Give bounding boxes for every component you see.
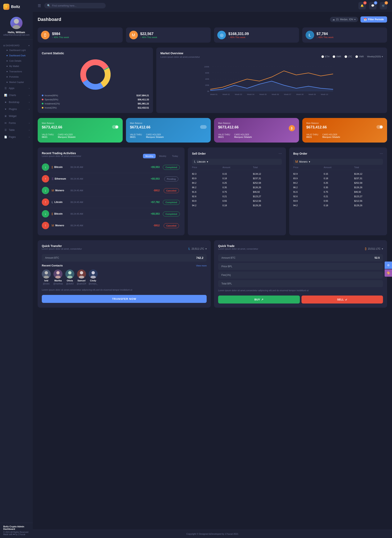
sidebar-item-forms[interactable]: ✉ Forms ›	[0, 120, 33, 127]
buy-button[interactable]: BUY ↗	[218, 296, 300, 303]
trade-amount-btc-label: Amount BTC	[221, 256, 236, 259]
card-toggle-1[interactable]	[112, 125, 119, 129]
sidebar-item-dashboard-dark[interactable]: Dashboard Dark	[0, 53, 33, 58]
sidebar-item-plugins[interactable]: ♥ Plugins ›	[0, 106, 33, 113]
side-actions: ⚙ 🎨	[385, 261, 392, 277]
transfer-amount-value: 742.2	[196, 256, 203, 260]
weather-temp: 21	[336, 18, 339, 21]
side-settings-button[interactable]: ⚙	[385, 261, 392, 269]
svg-marker-17	[210, 81, 333, 91]
buy-order-row-8: 94.20.18$129,26	[293, 203, 383, 208]
nav-group-label-dashboard[interactable]: ⊞ Dashboard ▾	[3, 44, 29, 47]
svg-point-41	[92, 271, 95, 274]
tab-weekly[interactable]: Weekly	[156, 154, 169, 158]
status-badge-completed-1: Completed	[163, 165, 180, 170]
plugins-icon: ♥	[4, 108, 7, 111]
sell-button[interactable]: SELL ↙	[302, 296, 383, 303]
trade-status-5: Completed	[162, 212, 180, 215]
quick-trade-section: Quick Trade Lorem ipsum dolor sit amet, …	[214, 240, 387, 308]
sidebar-item-coin-details[interactable]: Coin Details	[0, 58, 33, 64]
bitcoin-card-icon: ₿	[289, 125, 295, 131]
tab-monthly[interactable]: Monthly	[143, 154, 156, 158]
tab-today[interactable]: Today	[170, 154, 180, 158]
chevron-right-icon: ›	[29, 101, 29, 103]
side-palette-button[interactable]: 🎨	[385, 269, 392, 277]
contact-martha[interactable]: Martha @marthaa	[53, 269, 63, 285]
contact-samuel[interactable]: Samuel @sam224	[77, 269, 86, 285]
sidebar-item-charts[interactable]: 📊 Charts ›	[0, 92, 33, 99]
filter-xmr[interactable]: XMR	[333, 55, 341, 58]
buy-order-row-6: 92.60.21$123,27	[293, 194, 383, 199]
buy-order-menu-button[interactable]: ⋯	[380, 152, 383, 155]
eth-icon: ◎	[217, 31, 226, 39]
stat-card-eth: ◎ $168,331.09 ↓ 46% This week	[214, 28, 299, 43]
chevron-down-icon: ▾	[207, 160, 208, 163]
sidebar-item-widget[interactable]: 🖥 Widget	[0, 113, 33, 120]
recent-trading-section: Recent Trading Activities Lorem ipsum do…	[38, 148, 185, 235]
card-holder-2: CARD HOLDER Marquez Silalahi	[146, 134, 164, 138]
sell-coin-selector[interactable]: Ł Litecoin ▾	[192, 159, 282, 165]
sidebar-item-portofolio[interactable]: Portofolio	[0, 74, 33, 79]
market-line-chart: 0k 200k 400k 600k 1000k Week 01 Week 02 …	[160, 65, 383, 97]
buy-coin-selector[interactable]: M Monero ▾	[293, 159, 383, 165]
trade-amount-2: +$5,553	[147, 177, 159, 180]
filter-eth[interactable]: ETH	[321, 55, 329, 58]
table-row: ↓ ₿ Bitcoin 06:24:45 AM +$5,553 Complete…	[42, 161, 180, 173]
trade-time-6: 06:24:45 AM	[70, 224, 145, 227]
legend-invest-value: $12,432.51	[96, 107, 149, 109]
contact-olivia[interactable]: Olivia @oliv63	[65, 269, 74, 285]
stat-card-bitcoin: ₿ $984 ↑ 45% This week	[38, 28, 123, 43]
bitcoin-coin-icon-1: ₿	[52, 166, 53, 169]
contact-ivid[interactable]: Ivid @ivdec	[42, 269, 51, 285]
sidebar-item-pages[interactable]: 📄 Pages ›	[0, 134, 33, 140]
filter-ymr[interactable]: YMR	[355, 55, 364, 58]
buy-order-row-4: 86.20.35$126,26	[293, 185, 383, 190]
filter-ltc[interactable]: LTC	[345, 55, 352, 58]
sell-order-row-6: 92.60.21$123,27	[192, 194, 282, 199]
notifications-button[interactable]: 🔔 12	[358, 2, 366, 9]
sidebar-item-dashboard-light[interactable]: Dashboard Light	[0, 47, 33, 53]
svg-point-38	[80, 271, 83, 274]
page-title: Dashboard	[38, 17, 61, 22]
trade-direction-icon-3: ↓	[42, 187, 49, 194]
sidebar-item-table[interactable]: ☰ Table ›	[0, 127, 33, 134]
card-toggle-4[interactable]	[376, 125, 383, 129]
donut-legend: Income(66%) $167,884.21 Spends(50%) $56,…	[42, 94, 149, 109]
transfer-now-button[interactable]: TRANSFER NOW	[42, 295, 207, 303]
quick-trade-currency-selector[interactable]: ₿ 23,511 LTC ▾	[365, 247, 383, 251]
search-input[interactable]	[52, 4, 103, 7]
sidebar-item-market-capital[interactable]: Market Capital	[0, 79, 33, 85]
contact-cindy[interactable]: Cindy @cindys_	[89, 269, 98, 285]
svg-point-35	[68, 271, 71, 274]
market-period-selector[interactable]: Weekly(2020) ▾	[367, 55, 383, 58]
cart-button[interactable]: 🛒 2	[380, 2, 387, 9]
sidebar-item-apps[interactable]: ☰ Apps ›	[0, 85, 33, 92]
messages-button[interactable]: 💬 5	[369, 2, 376, 9]
chevron-down-icon: ▾	[354, 18, 355, 21]
period-label: Weekly(2020)	[367, 55, 381, 58]
sidebar-item-bootstrap[interactable]: ★ Bootstrap ›	[0, 99, 33, 106]
messages-badge: 5	[374, 1, 377, 5]
sidebar-item-my-wallet[interactable]: My Wallet	[0, 64, 33, 69]
trade-direction-icon-6: ↑	[42, 222, 49, 229]
sell-order-row-5: 91.60.75$46,92	[192, 190, 282, 194]
trade-fee-row: Fee(1%)	[218, 272, 383, 278]
menu-toggle-button[interactable]: ☰	[38, 4, 41, 8]
sidebar-item-transactions[interactable]: Transactions	[0, 69, 33, 74]
litecoin-coin-icon-4: Ł	[52, 200, 53, 204]
monero-change: ↑ 46% This week	[140, 36, 157, 38]
view-more-button[interactable]: View more	[196, 264, 207, 267]
filter-periode-button[interactable]: 📅 Filter Periode	[360, 16, 387, 23]
quick-transfer-currency-selector[interactable]: Ł 23,511 LTC ▾	[188, 247, 207, 251]
litecoin-change: ↓ 48% This week	[317, 36, 334, 38]
bottom-row: Recent Trading Activities Lorem ipsum do…	[38, 148, 387, 235]
sell-order-menu-button[interactable]: ⋯	[279, 152, 282, 155]
card-toggle-2[interactable]	[200, 125, 207, 129]
sidebar-nav: ⊞ Dashboard ▾ Dashboard Light Dashboard …	[0, 40, 33, 523]
svg-text:Week 05: Week 05	[260, 93, 267, 95]
chevron-right-icon: ›	[29, 108, 29, 110]
buy-order-row-1: 82.90.15$134,12	[293, 172, 383, 176]
chevron-right-icon: ›	[29, 129, 29, 131]
legend-instalment: Instalment(1%)	[42, 102, 95, 105]
buy-order-row-3: 84.20.25$252,58	[293, 181, 383, 185]
